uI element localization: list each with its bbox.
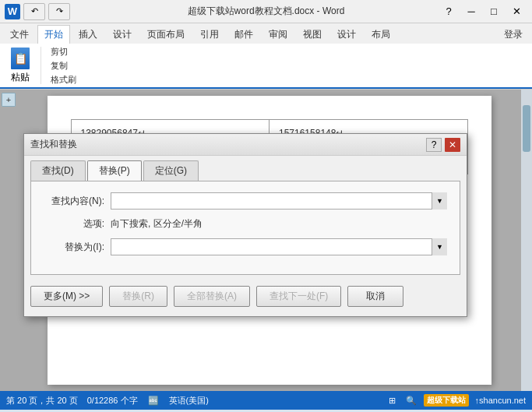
dialog-help-button[interactable]: ? — [426, 138, 442, 152]
tab-file[interactable]: 文件 — [3, 25, 36, 44]
zoom-icon[interactable]: 🔍 — [405, 394, 417, 407]
ribbon: 文件 开始 插入 设计 页面布局 引用 邮件 审阅 视图 设计 布局 登录 📋 … — [0, 23, 532, 90]
language-icon: 🔤 — [147, 394, 160, 407]
status-right: ⊞ 🔍 超级下载站 ↑shancun.net — [386, 394, 526, 407]
dialog-tabs: 查找(D) 替换(P) 定位(G) — [24, 156, 467, 181]
window-controls: ? ─ □ ✕ — [438, 3, 527, 20]
left-sidebar: + — [0, 90, 17, 391]
tab-view[interactable]: 视图 — [296, 25, 329, 44]
options-row: 选项: 向下搜索, 区分全/半角 — [44, 217, 447, 231]
find-next-button[interactable]: 查找下一处(F) — [256, 286, 341, 307]
find-label: 查找内容(N): — [44, 195, 104, 208]
tab-layout[interactable]: 页面布局 — [140, 25, 192, 44]
find-input-wrap: ▼ — [111, 192, 447, 210]
replace-row: 替换为(I): ▼ — [44, 238, 447, 255]
find-row: 查找内容(N): ▼ — [44, 192, 447, 210]
tab-design[interactable]: 设计 — [106, 25, 139, 44]
redo-button[interactable]: ↷ — [48, 3, 70, 20]
brand-url: ↑shancun.net — [475, 396, 526, 405]
dialog-tab-goto[interactable]: 定位(G) — [143, 160, 199, 181]
tab-layout2[interactable]: 布局 — [365, 25, 397, 44]
close-button[interactable]: ✕ — [506, 3, 527, 20]
clipboard-group: 📋 粘贴 — [6, 47, 41, 84]
ribbon-tabs: 文件 开始 插入 设计 页面布局 引用 邮件 审阅 视图 设计 布局 登录 — [0, 23, 532, 44]
title-bar: W ↶ ↷ 超级下载站word教程文档.docx - Word ? ─ □ ✕ — [0, 0, 532, 23]
tab-mail[interactable]: 邮件 — [227, 25, 260, 44]
dialog-title: 查找和替换 — [30, 138, 426, 151]
dialog-body: 查找内容(N): ▼ 选项: 向下搜索, 区分全/半角 替换为(I): ▼ — [30, 181, 460, 275]
undo-button[interactable]: ↶ — [23, 3, 45, 20]
page-info: 第 20 页，共 20 页 — [6, 395, 78, 407]
cancel-button[interactable]: 取消 — [347, 286, 403, 307]
dialog-tab-replace[interactable]: 替换(P) — [87, 160, 142, 181]
paste-button[interactable]: 📋 粘贴 — [6, 45, 34, 86]
status-bar: 第 20 页，共 20 页 0/12286 个字 🔤 英语(美国) ⊞ 🔍 超级… — [0, 391, 532, 410]
options-label: 选项: — [44, 217, 104, 231]
sidebar-add-button[interactable]: + — [2, 93, 16, 107]
language: 英语(美国) — [169, 395, 209, 407]
dialog-title-bar[interactable]: 查找和替换 ? ✕ — [24, 134, 467, 156]
replace-dropdown-button[interactable]: ▼ — [432, 238, 447, 255]
ribbon-content: 📋 粘贴 剪切 复制 格式刷 — [0, 44, 532, 89]
find-input[interactable] — [111, 192, 447, 210]
word-app-icon: W — [5, 4, 20, 19]
find-replace-dialog: 查找和替换 ? ✕ 查找(D) 替换(P) 定位(G) 查找内容(N): ▼ 选… — [23, 133, 467, 317]
find-dropdown-button[interactable]: ▼ — [432, 192, 447, 210]
minimize-button[interactable]: ─ — [460, 3, 482, 20]
options-value: 向下搜索, 区分全/半角 — [111, 217, 203, 231]
replace-input-wrap: ▼ — [111, 238, 447, 255]
help-button[interactable]: ? — [438, 3, 460, 20]
login-button[interactable]: 登录 — [498, 26, 529, 44]
replace-label: 替换为(I): — [44, 241, 104, 254]
paste-icon: 📋 — [11, 48, 30, 69]
tab-home[interactable]: 开始 — [37, 25, 70, 44]
clipboard-small-buttons: 剪切 复制 格式刷 — [48, 45, 79, 86]
tab-review[interactable]: 审阅 — [262, 25, 294, 44]
tab-design2[interactable]: 设计 — [330, 25, 363, 44]
maximize-button[interactable]: □ — [483, 3, 505, 20]
window-title: 超级下载站word教程文档.docx - Word — [188, 5, 345, 18]
brand-logo: 超级下载站 — [424, 394, 469, 407]
dialog-close-button[interactable]: ✕ — [445, 138, 460, 152]
copy-button[interactable]: 复制 — [48, 59, 79, 72]
dialog-buttons: 更多(M) >> 替换(R) 全部替换(A) 查找下一处(F) 取消 — [24, 281, 467, 316]
word-count: 0/12286 个字 — [87, 395, 138, 407]
dialog-tab-find[interactable]: 查找(D) — [30, 160, 86, 181]
paste-label: 粘贴 — [11, 71, 30, 84]
view-icon[interactable]: ⊞ — [386, 394, 399, 407]
main-layout: + 13829056847↵ 15716158148↵ 13902855789↵… — [0, 90, 532, 391]
replace-all-button[interactable]: 全部替换(A) — [174, 286, 250, 307]
tab-references[interactable]: 引用 — [193, 25, 226, 44]
cut-button[interactable]: 剪切 — [48, 45, 79, 58]
title-bar-left: W ↶ ↷ — [5, 3, 70, 20]
replace-button[interactable]: 替换(R) — [109, 286, 167, 307]
right-scrollbar[interactable] — [521, 90, 532, 391]
format-painter-button[interactable]: 格式刷 — [48, 73, 79, 86]
scrollbar-thumb[interactable] — [523, 105, 530, 152]
replace-input[interactable] — [111, 238, 447, 255]
tab-insert[interactable]: 插入 — [72, 25, 104, 44]
more-button[interactable]: 更多(M) >> — [30, 286, 103, 307]
